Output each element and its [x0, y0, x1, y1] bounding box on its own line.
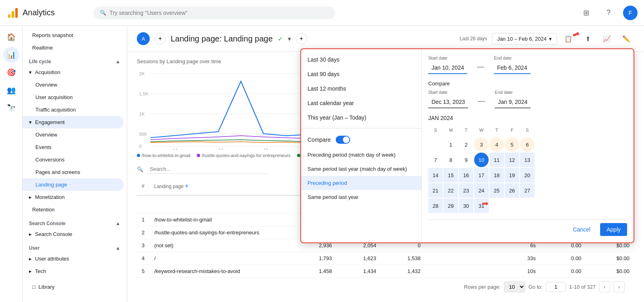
monetization-arrow-icon: ▸ [29, 194, 32, 200]
nav-home-icon[interactable]: 🏠 [3, 29, 19, 45]
cal-day-12[interactable]: 12 [505, 153, 519, 167]
add-dimension-button[interactable]: + [185, 182, 188, 190]
svg-text:13: 13 [218, 148, 223, 150]
avatar[interactable]: F [623, 6, 638, 20]
pagination-next-button[interactable]: › [613, 281, 625, 292]
nav-realtime[interactable]: Realtime [23, 41, 124, 54]
cal-day-16[interactable]: 16 [459, 168, 473, 182]
search-bar[interactable]: 🔍 [93, 6, 335, 19]
nav-chart-icon[interactable]: 📊 [3, 47, 19, 63]
cal-day-20[interactable]: 20 [520, 168, 535, 182]
cal-day-11[interactable]: 11 [489, 153, 504, 167]
go-to-input[interactable] [546, 282, 566, 292]
date-option-this-year[interactable]: This year (Jan – Today) [301, 110, 421, 125]
nav-traffic-acquisition[interactable]: Traffic acquisition [23, 103, 124, 116]
nav-reports-snapshot[interactable]: Reports snapshot [23, 29, 124, 41]
cal-day-6[interactable]: 6 [520, 137, 535, 152]
compare-same-period-last-year[interactable]: Same period last year [301, 190, 421, 204]
cancel-button[interactable]: Cancel [566, 223, 597, 236]
end-date-input[interactable]: Feb 6, 2024 [494, 62, 530, 74]
month-label: JAN 2024 [428, 115, 627, 121]
nav-lifecycle-header[interactable]: Life cycle ▲ [23, 54, 127, 66]
nav-user-acquisition[interactable]: User acquisition [23, 91, 124, 103]
compare-same-period-last-year-match[interactable]: Same period last year (match day of week… [301, 162, 421, 176]
nav-events[interactable]: Events [23, 141, 124, 153]
pagination-prev-button[interactable]: ‹ [599, 281, 610, 292]
nav-search-console-header[interactable]: Search Console ▲ [23, 216, 127, 228]
nav-explore-icon[interactable]: 🔭 [3, 100, 19, 116]
cal-day-1[interactable]: 1 [444, 137, 458, 152]
compare-preceding-period-match[interactable]: Preceding period (match day of week) [301, 148, 421, 162]
left-nav: Reports snapshot Realtime Life cycle ▲ ▾… [23, 26, 127, 302]
nav-conversions[interactable]: Conversions [23, 153, 124, 166]
cal-day-27[interactable]: 27 [520, 183, 535, 198]
cal-day-9[interactable]: 9 [459, 153, 473, 167]
add-comparison-button[interactable]: + [296, 33, 307, 44]
cal-day-10[interactable]: 10 [474, 153, 489, 167]
date-option-last90[interactable]: Last 90 days [301, 67, 421, 81]
table-search-input[interactable] [147, 164, 267, 174]
compare-preceding-period[interactable]: Preceding period [301, 176, 421, 190]
search-input[interactable] [109, 10, 328, 16]
cal-day-19[interactable]: 19 [505, 168, 519, 182]
help-icon[interactable]: ? [601, 5, 617, 21]
title-dropdown-icon[interactable]: ▾ [288, 35, 291, 43]
cal-day-15[interactable]: 15 [444, 168, 458, 182]
insights-icon[interactable]: 📈 [599, 31, 615, 47]
cal-day-7[interactable]: 7 [428, 153, 443, 167]
date-option-last12months[interactable]: Last 12 months [301, 81, 421, 96]
nav-target-icon[interactable]: 🎯 [3, 64, 19, 81]
nav-acquisition-group[interactable]: ▾ Acquisition [23, 66, 127, 79]
cal-day-13[interactable]: 13 [520, 153, 535, 167]
nav-monetization-group[interactable]: ▸ Monetization [23, 191, 127, 203]
nav-library[interactable]: □Library [23, 281, 124, 293]
date-option-last30[interactable]: Last 30 days [301, 52, 421, 67]
user-collapse-icon[interactable]: ▲ [116, 245, 120, 251]
lifecycle-collapse-icon[interactable]: ▲ [116, 59, 120, 64]
edit-icon[interactable]: ✏️ [618, 31, 634, 47]
cal-day-5[interactable]: 5 [505, 137, 519, 152]
cal-day-14[interactable]: 14 [428, 168, 443, 182]
cal-day-26[interactable]: 26 [505, 183, 519, 198]
nav-users-icon[interactable]: 👥 [3, 82, 19, 98]
cal-day-24[interactable]: 24 [474, 183, 489, 198]
nav-tech-group[interactable]: ▸ Tech [23, 265, 127, 277]
compare-toggle-switch[interactable] [336, 136, 350, 144]
cal-day-22[interactable]: 22 [444, 183, 458, 198]
cal-day-18[interactable]: 18 [489, 168, 504, 182]
cal-day-23[interactable]: 23 [459, 183, 473, 198]
cal-day-21[interactable]: 21 [428, 183, 443, 198]
nav-user-attributes-group[interactable]: ▸ User attributes [23, 252, 127, 265]
date-range-button[interactable]: Jan 10 – Feb 6, 2024 ▾ [492, 33, 557, 45]
cal-day-29[interactable]: 29 [444, 199, 458, 213]
cal-day-4[interactable]: 4 [489, 137, 504, 152]
cal-day-28[interactable]: 28 [428, 199, 443, 213]
nav-engagement-group[interactable]: ▾ Engagement [23, 116, 124, 128]
compare-end-date-group: End date Jan 9, 2024 [495, 90, 530, 108]
cal-day-30[interactable]: 30 [459, 199, 473, 213]
cal-day-8[interactable]: 8 [444, 153, 458, 167]
nav-user-header[interactable]: User ▲ [23, 240, 127, 252]
cal-day-2[interactable]: 2 [459, 137, 473, 152]
share-icon[interactable]: ⬆ [580, 31, 596, 47]
cal-day-25[interactable]: 25 [489, 183, 504, 198]
nav-retention[interactable]: Retention [23, 203, 124, 216]
date-option-last-calendar-year[interactable]: Last calendar year [301, 96, 421, 110]
rows-per-page-select[interactable]: 10 25 50 [504, 281, 525, 292]
search-console-collapse-icon[interactable]: ▲ [116, 221, 120, 226]
cal-day-3[interactable]: 3 [474, 137, 489, 152]
start-date-input[interactable]: Jan 10, 2024 [428, 62, 467, 74]
nav-eng-overview[interactable]: Overview [23, 128, 124, 141]
nav-search-console-group[interactable]: ▸ Search Console [23, 228, 127, 240]
cal-day-17[interactable]: 17 [474, 168, 489, 182]
compare-start-date-input[interactable]: Dec 13, 2023 [428, 96, 468, 108]
compare-end-date-input[interactable]: Jan 9, 2024 [495, 96, 530, 108]
compare-toggle[interactable]: Compare [301, 132, 421, 148]
apps-icon[interactable]: ⊞ [578, 5, 594, 21]
nav-overview[interactable]: Overview [23, 79, 124, 91]
nav-landing-page[interactable]: Landing page [23, 178, 124, 191]
add-page-button[interactable]: + [155, 33, 166, 44]
topbar-right: ⊞ ? F [578, 5, 638, 21]
apply-button[interactable]: Apply [600, 223, 627, 236]
nav-pages-and-screens[interactable]: Pages and screens [23, 166, 124, 178]
